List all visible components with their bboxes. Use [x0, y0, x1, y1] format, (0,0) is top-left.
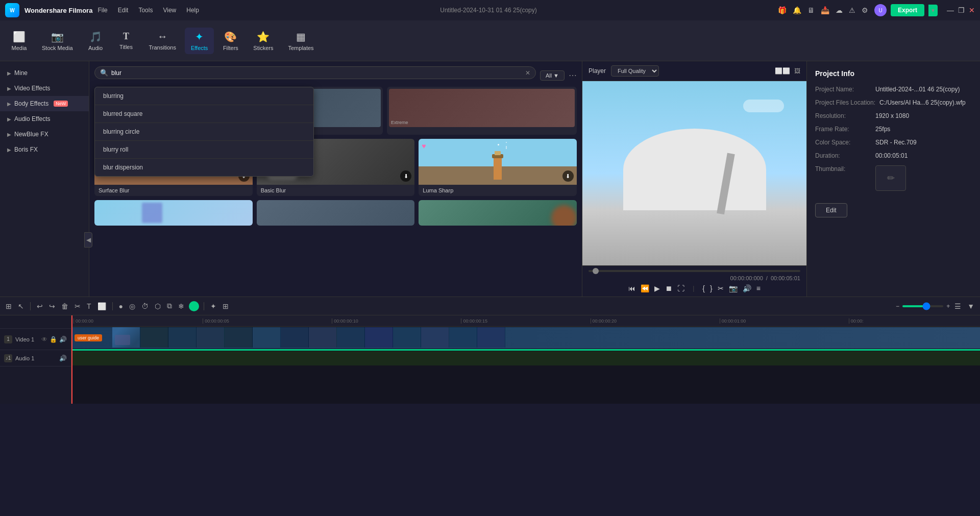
toolbar-media[interactable]: ⬜ Media	[5, 28, 33, 54]
timeline-scrubber[interactable]	[589, 270, 800, 272]
search-input[interactable]	[111, 69, 522, 77]
minimize-button[interactable]: —	[947, 6, 954, 14]
volume-button[interactable]: 🔊	[743, 284, 751, 292]
avatar[interactable]: U	[874, 4, 887, 16]
more-options-button[interactable]: ⋯	[569, 70, 577, 80]
effect-card-4[interactable]	[94, 200, 253, 226]
scrubber-handle[interactable]	[593, 268, 599, 274]
video-track-eye-icon[interactable]: 👁	[41, 336, 47, 343]
sidebar-boris-label: Boris FX	[14, 146, 38, 153]
playhead[interactable]	[71, 315, 72, 404]
undo-button[interactable]: ↩	[35, 301, 44, 312]
sidebar-item-boris[interactable]: ▶ Boris FX	[0, 142, 89, 157]
sidebar-item-video-effects[interactable]: ▶ Video Effects	[0, 81, 89, 96]
group-button[interactable]: ⬡	[153, 301, 162, 312]
toolbar-stock-media[interactable]: 📷 Stock Media	[36, 28, 79, 54]
clear-search-button[interactable]: ✕	[525, 69, 530, 77]
gift-icon[interactable]: 🎁	[778, 6, 787, 14]
toolbar-filters[interactable]: 🎨 Filters	[216, 28, 244, 54]
mask-button[interactable]: ⧉	[165, 300, 174, 312]
autocomplete-item-blur-dispersion[interactable]: blur dispersion	[95, 159, 313, 176]
menu-view[interactable]: View	[163, 7, 176, 14]
menu-help[interactable]: Help	[186, 7, 199, 14]
effect-card-luma-sharp[interactable]: ♥ ⬇ Luma Sharp	[419, 139, 577, 196]
autocomplete-item-blurring[interactable]: blurring	[95, 87, 313, 105]
export-button[interactable]: Export	[891, 4, 924, 16]
cloud-icon[interactable]: ☁	[836, 6, 843, 14]
menu-file[interactable]: File	[97, 7, 107, 14]
list-view-button[interactable]: ☰	[953, 301, 963, 312]
sidebar-item-mine[interactable]: ▶ Mine	[0, 65, 89, 81]
more-timeline-button[interactable]: ▼	[966, 301, 976, 312]
mark-in-button[interactable]: {	[702, 284, 705, 292]
skip-back-button[interactable]: ⏮	[628, 284, 635, 292]
track-settings-button[interactable]: ⊞	[221, 301, 230, 312]
bell-icon[interactable]: 🔔	[793, 6, 801, 14]
cut-tool-button[interactable]: ✂	[73, 301, 82, 312]
toolbar-stickers[interactable]: ⭐ Stickers	[247, 28, 279, 54]
close-button[interactable]: ✕	[969, 6, 975, 14]
toolbar-effects[interactable]: ✦ Effects	[185, 28, 214, 54]
speed-button[interactable]: ⏱	[140, 301, 150, 312]
motion-button[interactable]: ●	[117, 301, 125, 312]
sidebar-item-audio-effects[interactable]: ▶ Audio Effects	[0, 111, 89, 127]
snap-button[interactable]: ⊞	[4, 301, 13, 312]
screenshot-button[interactable]: 📷	[729, 284, 738, 292]
monitor-icon[interactable]: 🖥	[807, 6, 815, 14]
toolbar-templates[interactable]: ▦ Templates	[282, 28, 320, 54]
stabilize-button[interactable]: ◎	[128, 301, 137, 312]
grid-icon[interactable]: ⚙	[862, 6, 868, 14]
mark-out-button[interactable]: }	[710, 284, 713, 292]
menu-edit[interactable]: Edit	[118, 7, 129, 14]
effect-card-5[interactable]	[257, 200, 415, 226]
crop-button[interactable]: ⬜	[96, 301, 108, 312]
redo-button[interactable]: ↪	[47, 301, 57, 312]
sidebar-collapse-button[interactable]: ◀	[84, 232, 92, 248]
audio-track[interactable]	[71, 351, 980, 365]
autocomplete-item-blurred-square[interactable]: blurred square	[95, 105, 313, 123]
audio-settings-button[interactable]: ≡	[756, 284, 761, 292]
autocomplete-item-blurry-roll[interactable]: blurry roll	[95, 141, 313, 159]
download-icon[interactable]: 📥	[821, 6, 829, 14]
alert-icon[interactable]: ⚠	[849, 6, 855, 14]
video-track-vol-icon[interactable]: 🔊	[59, 336, 67, 343]
delete-button[interactable]: 🗑	[60, 301, 70, 312]
zoom-slider[interactable]	[902, 305, 943, 307]
video-track[interactable]: user guide	[71, 327, 980, 349]
export-dropdown[interactable]: ▼	[928, 5, 938, 16]
toolbar-titles[interactable]: T Titles	[112, 28, 140, 53]
toolbar-transitions[interactable]: ↔ Transitions	[143, 28, 182, 54]
maximize-button[interactable]: ❐	[958, 6, 965, 14]
sidebar-audio-effects-label: Audio Effects	[14, 115, 51, 122]
snapshot-icon[interactable]: 🖼	[794, 67, 800, 75]
menu-tools[interactable]: Tools	[138, 7, 153, 14]
video-track-lock-icon[interactable]: 🔒	[50, 336, 57, 343]
fav-icon-luma-sharp[interactable]: ♥	[422, 142, 426, 150]
sidebar-item-body-effects[interactable]: ▶ Body Effects NeW	[0, 96, 89, 111]
download-icon-luma-sharp[interactable]: ⬇	[562, 170, 574, 182]
zoom-in-icon[interactable]: +	[946, 303, 950, 310]
add-track-button[interactable]: ✦	[209, 301, 218, 312]
frame-back-button[interactable]: ⏪	[641, 284, 649, 292]
edit-button[interactable]: Edit	[815, 203, 847, 217]
select-tool[interactable]: ↖	[16, 301, 26, 312]
autocomplete-item-blurring-circle[interactable]: blurring circle	[95, 123, 313, 141]
sidebar-item-newblue[interactable]: ▶ NewBlue FX	[0, 127, 89, 142]
fullscreen-button[interactable]: ⛶	[677, 284, 684, 292]
thumbnail-edit-icon[interactable]: ✏	[875, 165, 906, 191]
freeze-button[interactable]: ❄	[177, 301, 186, 312]
record-button[interactable]	[189, 301, 199, 311]
rob-stroke-extreme[interactable]: Extreme	[387, 87, 577, 135]
quality-select[interactable]: Full Quality	[611, 65, 659, 77]
download-icon-basic-blur[interactable]: ⬇	[400, 170, 411, 182]
text-button[interactable]: T	[85, 301, 93, 312]
play-button[interactable]: ▶	[654, 284, 660, 292]
cut-button[interactable]: ✂	[718, 284, 724, 292]
filter-all-button[interactable]: All ▼	[540, 70, 565, 81]
zoom-out-icon[interactable]: −	[896, 303, 899, 310]
stop-button[interactable]: ⏹	[665, 284, 672, 292]
effect-card-6[interactable]	[419, 200, 577, 226]
audio-track-mute-icon[interactable]: 🔊	[59, 355, 67, 362]
compare-icon[interactable]: ⬜⬜	[775, 67, 790, 75]
toolbar-audio[interactable]: 🎵 Audio	[82, 28, 110, 54]
